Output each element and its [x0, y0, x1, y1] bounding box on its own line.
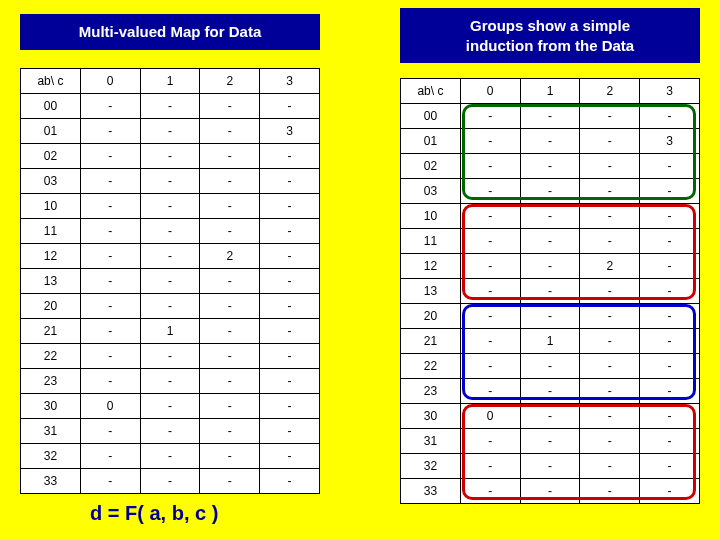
- map-cell: -: [260, 144, 320, 169]
- map-cell: -: [200, 419, 260, 444]
- map-cell: -: [640, 304, 700, 329]
- map-cell: -: [140, 294, 200, 319]
- col-header: 0: [80, 69, 140, 94]
- map-cell: -: [140, 244, 200, 269]
- col-header: 0: [460, 79, 520, 104]
- map-cell: -: [460, 129, 520, 154]
- row-label: 10: [401, 204, 461, 229]
- map-cell: -: [460, 479, 520, 504]
- row-label: 22: [21, 344, 81, 369]
- map-cell: -: [520, 354, 580, 379]
- map-cell: -: [520, 129, 580, 154]
- kmap-table-left: ab\ c012300----01---302----03----10----1…: [20, 68, 320, 494]
- map-cell: -: [200, 394, 260, 419]
- map-cell: -: [580, 279, 640, 304]
- map-cell: -: [260, 419, 320, 444]
- map-cell: 2: [200, 244, 260, 269]
- map-cell: 3: [260, 119, 320, 144]
- row-label: 23: [401, 379, 461, 404]
- map-cell: -: [140, 444, 200, 469]
- map-cell: -: [260, 169, 320, 194]
- map-cell: -: [80, 344, 140, 369]
- col-header: 1: [520, 79, 580, 104]
- map-cell: -: [460, 179, 520, 204]
- map-cell: -: [640, 454, 700, 479]
- row-label: 20: [401, 304, 461, 329]
- col-header: 1: [140, 69, 200, 94]
- map-cell: -: [580, 329, 640, 354]
- map-cell: -: [260, 444, 320, 469]
- output-formula: d = F( a, b, c ): [90, 502, 218, 525]
- map-cell: -: [140, 394, 200, 419]
- row-label: 32: [401, 454, 461, 479]
- map-cell: -: [140, 219, 200, 244]
- map-cell: -: [640, 329, 700, 354]
- map-cell: -: [580, 379, 640, 404]
- map-cell: -: [140, 119, 200, 144]
- map-cell: -: [200, 369, 260, 394]
- map-cell: -: [520, 254, 580, 279]
- map-cell: -: [460, 254, 520, 279]
- row-label: 11: [401, 229, 461, 254]
- map-cell: -: [460, 329, 520, 354]
- map-cell: -: [580, 479, 640, 504]
- kmap-table-right: ab\ c012300----01---302----03----10----1…: [400, 78, 700, 504]
- map-cell: -: [460, 104, 520, 129]
- map-cell: -: [200, 269, 260, 294]
- kmap-grid-left: ab\ c012300----01---302----03----10----1…: [20, 68, 320, 494]
- row-label: 02: [21, 144, 81, 169]
- map-cell: -: [640, 404, 700, 429]
- map-cell: -: [80, 369, 140, 394]
- map-cell: -: [260, 369, 320, 394]
- title-right-line1: Groups show a simple: [470, 17, 630, 34]
- map-cell: -: [260, 219, 320, 244]
- row-label: 21: [21, 319, 81, 344]
- map-cell: -: [580, 104, 640, 129]
- map-cell: -: [260, 244, 320, 269]
- row-label: 33: [401, 479, 461, 504]
- title-left: Multi-valued Map for Data: [20, 14, 320, 50]
- map-cell: -: [640, 204, 700, 229]
- title-right-line2: induction from the Data: [466, 37, 634, 54]
- map-cell: -: [80, 144, 140, 169]
- row-label: 31: [21, 419, 81, 444]
- row-label: 23: [21, 369, 81, 394]
- map-cell: -: [460, 429, 520, 454]
- map-cell: -: [260, 469, 320, 494]
- map-cell: -: [520, 454, 580, 479]
- map-cell: -: [460, 204, 520, 229]
- map-cell: -: [580, 129, 640, 154]
- map-cell: -: [80, 419, 140, 444]
- map-cell: -: [200, 294, 260, 319]
- map-cell: -: [200, 194, 260, 219]
- map-cell: -: [260, 319, 320, 344]
- map-cell: -: [200, 119, 260, 144]
- map-cell: -: [200, 319, 260, 344]
- map-cell: -: [140, 94, 200, 119]
- row-label: 31: [401, 429, 461, 454]
- map-cell: -: [80, 469, 140, 494]
- map-cell: -: [520, 379, 580, 404]
- map-cell: -: [260, 194, 320, 219]
- map-cell: -: [640, 379, 700, 404]
- map-cell: -: [520, 179, 580, 204]
- map-cell: -: [580, 454, 640, 479]
- map-cell: -: [200, 144, 260, 169]
- title-right: Groups show a simple induction from the …: [400, 8, 700, 63]
- map-cell: 1: [520, 329, 580, 354]
- map-cell: -: [200, 444, 260, 469]
- map-cell: -: [520, 104, 580, 129]
- map-cell: -: [140, 269, 200, 294]
- map-cell: -: [580, 404, 640, 429]
- map-cell: -: [140, 144, 200, 169]
- map-cell: -: [80, 244, 140, 269]
- map-cell: -: [80, 219, 140, 244]
- map-cell: -: [140, 369, 200, 394]
- row-label: 03: [401, 179, 461, 204]
- map-cell: -: [520, 404, 580, 429]
- map-cell: -: [460, 229, 520, 254]
- row-label: 12: [401, 254, 461, 279]
- map-cell: -: [260, 294, 320, 319]
- row-label: 30: [401, 404, 461, 429]
- row-label: 13: [401, 279, 461, 304]
